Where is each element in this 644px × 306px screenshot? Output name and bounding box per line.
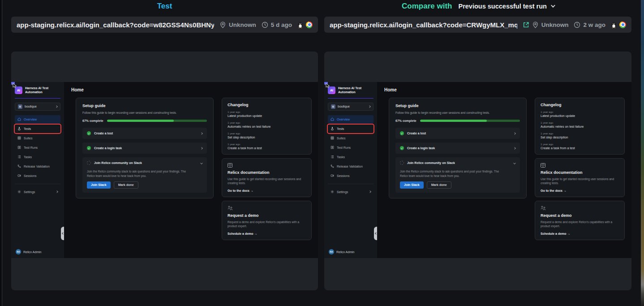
sidebar-item-test-runs[interactable]: Test Runs	[328, 143, 374, 152]
setup-step-join-slack[interactable]: Join Relicx community on Slack Join the …	[82, 157, 207, 193]
changelog-entry: Automatic retries on test failure	[541, 125, 619, 128]
compare-run-dropdown-value: Previous successful test run	[458, 3, 546, 10]
setup-step-create-login-task[interactable]: ✓ Create a login task	[82, 142, 207, 154]
schedule-demo-link[interactable]: Schedule a demo →	[228, 232, 306, 235]
home-icon	[17, 117, 21, 121]
brand-name: Harness AI Test Automation	[338, 86, 366, 95]
changelog-entry: Automatic retries on test failure	[228, 125, 306, 128]
sidebar-item-test-runs[interactable]: Test Runs	[15, 143, 60, 152]
sidebar-item-overview[interactable]: Overview	[328, 115, 374, 124]
check-circle-icon: ✓	[87, 131, 91, 135]
sidebar-item-suites[interactable]: Suites	[328, 134, 374, 142]
sidebar-collapse-handle[interactable]	[61, 227, 64, 240]
compare-with-title: Compare with	[402, 2, 452, 11]
join-slack-button[interactable]: Join Slack	[400, 181, 424, 189]
sidebar-item-release-validation[interactable]: Release Validation	[328, 162, 374, 171]
grid-icon	[17, 136, 21, 140]
go-to-docs-link[interactable]: Go to the docs →	[541, 189, 619, 192]
user-menu[interactable]: RA Relicx Admin	[15, 249, 60, 254]
sidebar-item-sessions[interactable]: Sessions	[15, 172, 60, 180]
app-main: Home Setup guide Follow this guide to be…	[377, 82, 631, 258]
test-run-url-bar[interactable]: app-staging.relicx.ai/login_callback?cod…	[11, 17, 318, 33]
test-runs-icon	[331, 146, 334, 149]
project-selector[interactable]: B boutique	[328, 103, 374, 111]
progress-fill	[420, 120, 487, 122]
brand: AI Harness AI Test Automation	[15, 86, 60, 95]
documentation-card: Relicx documentation Use this guide to g…	[535, 158, 625, 197]
join-slack-button[interactable]: Join Slack	[87, 181, 111, 189]
list-icon	[17, 155, 21, 159]
page-title: Home	[71, 87, 84, 92]
compare-url-bar[interactable]: app-staging.relicx.ai/login_callback?cod…	[324, 17, 631, 33]
sidebar-item-settings[interactable]: Settings	[328, 188, 374, 196]
setup-step-create-test[interactable]: ✓ Create a test	[395, 128, 520, 139]
compare-run-dropdown[interactable]: Previous successful test run	[458, 3, 554, 10]
chevron-right-icon	[56, 191, 58, 194]
brand-divider	[15, 98, 60, 99]
sidebar-item-settings[interactable]: Settings	[15, 188, 60, 196]
unchecked-circle-icon	[87, 161, 91, 165]
chevron-right-icon	[55, 105, 58, 108]
project-name: boutique	[25, 105, 53, 108]
app-main: Home Setup guide Follow this guide to be…	[64, 82, 318, 258]
documentation-title: Relicx documentation	[228, 170, 306, 175]
release-validation-icon	[17, 164, 21, 168]
age-label: 2 w ago	[583, 22, 605, 28]
app-sidebar: AI Harness AI Test Automation B boutique…	[11, 82, 64, 258]
test-run-screenshot-panel: AI Harness AI Test Automation B boutique…	[11, 52, 318, 290]
setup-step-join-slack[interactable]: Join Relicx community on Slack Join the …	[395, 157, 520, 193]
sidebar-divider	[328, 184, 374, 184]
changelog-time: 1 year ago	[541, 121, 619, 124]
cursor-arrow-icon	[326, 83, 331, 88]
check-circle-icon: ✓	[400, 131, 404, 135]
chevron-right-icon	[200, 147, 203, 150]
go-to-docs-link[interactable]: Go to the docs →	[228, 189, 306, 192]
changelog-title: Changelog	[541, 103, 619, 107]
page-title: Home	[384, 87, 397, 92]
people-icon	[228, 206, 306, 211]
cursor-arrow-icon	[13, 83, 17, 88]
brand-name: Harness AI Test Automation	[25, 86, 53, 95]
project-selector[interactable]: B boutique	[15, 103, 60, 111]
test-title: Test	[157, 2, 172, 11]
release-validation-icon	[331, 164, 334, 168]
chevron-right-icon	[513, 147, 516, 150]
sidebar-nav: Overview Tests Suites Test Runs Tasks Re…	[328, 115, 374, 180]
setup-step-create-login-task[interactable]: ✓ Create a login task	[395, 142, 520, 154]
book-icon	[228, 163, 306, 168]
sidebar-item-tests[interactable]: Tests	[15, 125, 60, 133]
clock-icon	[574, 22, 580, 28]
sidebar-item-tasks[interactable]: Tasks	[15, 153, 60, 161]
test-run-column: Test app-staging.relicx.ai/login_callbac…	[11, 0, 318, 306]
sidebar-item-tasks[interactable]: Tasks	[328, 153, 374, 161]
setup-step-create-test[interactable]: ✓ Create a test	[82, 128, 207, 139]
demo-card: Request a demo Request a demo and explor…	[222, 201, 312, 240]
sidebar-item-release-validation[interactable]: Release Validation	[15, 162, 60, 171]
sidebar-item-suites[interactable]: Suites	[15, 134, 60, 142]
sidebar-item-tests[interactable]: Tests	[328, 125, 374, 133]
home-icon	[331, 117, 334, 121]
demo-title: Request a demo	[541, 213, 619, 218]
schedule-demo-link[interactable]: Schedule a demo →	[541, 232, 619, 235]
people-icon	[541, 206, 619, 211]
sidebar-item-sessions[interactable]: Sessions	[328, 172, 374, 180]
test-run-header: Test	[11, 0, 318, 12]
setup-guide-card: Setup guide Follow this guide to begin r…	[76, 98, 214, 198]
sidebar-nav: Overview Tests Suites Test Runs Tasks Re…	[15, 115, 60, 180]
sidebar-item-overview[interactable]: Overview	[15, 115, 60, 124]
app-page-header: Home	[64, 82, 318, 97]
chevron-right-icon	[369, 191, 371, 194]
external-link-icon[interactable]	[523, 22, 529, 28]
unchecked-circle-icon	[400, 161, 404, 165]
user-menu[interactable]: RA Relicx Admin	[328, 249, 374, 254]
gear-icon	[17, 190, 21, 194]
check-circle-icon: ✓	[87, 146, 91, 150]
sidebar-collapse-handle[interactable]	[374, 227, 377, 240]
step-description: Join the Relicx community slack to ask q…	[395, 169, 510, 178]
mark-done-button[interactable]: Mark done	[114, 181, 138, 189]
mark-done-button[interactable]: Mark done	[427, 181, 451, 189]
linux-penguin-icon	[297, 22, 303, 28]
compare-column: Compare with Previous successful test ru…	[324, 0, 631, 306]
compare-screenshot-panel: AI Harness AI Test Automation B boutique…	[324, 52, 631, 290]
location-pin-icon	[219, 22, 226, 28]
